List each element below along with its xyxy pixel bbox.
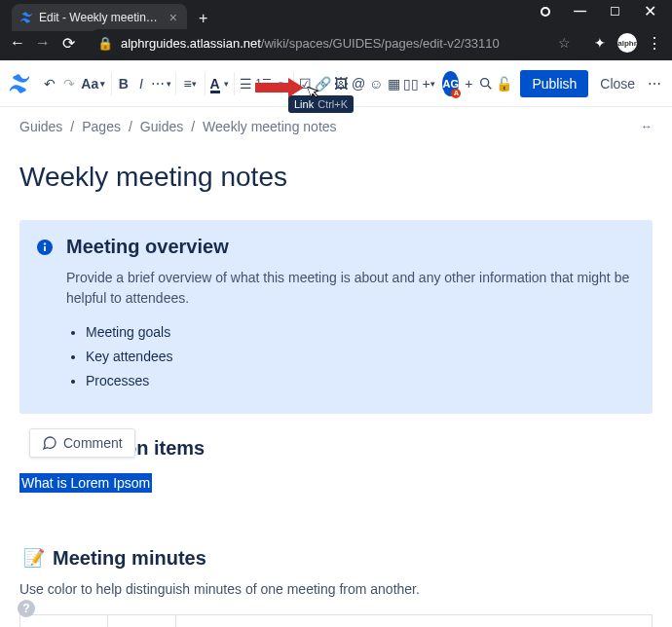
new-tab-button[interactable]: + [187,6,219,31]
svg-point-4 [44,242,46,244]
close-button[interactable]: Close [590,70,645,97]
memo-emoji-icon: 📝 [23,547,45,569]
minimize-icon[interactable]: ─ [574,1,586,21]
table-cell[interactable] [20,614,108,627]
browser-tab[interactable]: Edit - Weekly meeting notes - Gu × [12,4,187,31]
window-controls: ─ ☐ ✕ [533,0,664,31]
minutes-table[interactable] [19,614,653,627]
comment-icon [42,435,57,451]
selected-text[interactable]: What is Lorem Ipsom [19,473,152,493]
profile-avatar[interactable]: alphr [617,33,637,53]
more-actions-icon[interactable]: ⋯ [647,68,662,99]
minutes-description: Use color to help distinguish minutes of… [19,581,653,597]
maximize-icon[interactable]: ☐ [610,5,620,18]
italic-icon[interactable]: I [133,68,149,99]
record-icon[interactable] [541,7,550,17]
mention-icon[interactable]: @ [351,68,366,99]
align-dropdown[interactable]: ≡ ▾ [180,68,201,99]
meeting-minutes-heading[interactable]: 📝 Meeting minutes [23,547,653,570]
avatar-badge: A [451,89,461,98]
tab-strip: Edit - Weekly meeting notes - Gu × + ─ ☐… [0,0,672,31]
breadcrumb-separator: / [191,119,195,134]
back-icon[interactable]: ← [10,34,25,52]
list-item: Meeting goals [86,320,635,345]
more-formatting-icon[interactable]: ⋯▾ [151,68,171,99]
find-icon[interactable] [478,68,494,99]
panel-description: Provide a brief overview of what this me… [66,268,635,309]
extensions-icon[interactable]: ✦ [592,35,608,51]
breadcrumb-separator: / [70,119,74,134]
table-cell[interactable] [176,614,653,627]
browser-menu-icon[interactable]: ⋮ [647,34,662,53]
table-row [20,614,653,627]
browser-chrome: Edit - Weekly meeting notes - Gu × + ─ ☐… [0,0,672,60]
breadcrumb: Guides / Pages / Guides / Weekly meeting… [19,119,653,134]
insert-dropdown[interactable]: + ▾ [421,68,436,99]
forward-icon[interactable]: → [35,34,51,52]
bookmark-icon[interactable]: ☆ [558,35,571,51]
info-icon [37,236,53,394]
svg-line-1 [488,86,491,89]
bullet-list-icon[interactable]: ☰ [238,68,253,99]
breadcrumb-link[interactable]: Pages [82,119,121,134]
help-button[interactable]: ? [18,600,35,617]
url-path: /wiki/spaces/GUIDES/pages/edit-v2/33110 [261,36,500,51]
comment-button[interactable]: Comment [29,428,135,458]
action-items-heading[interactable]: on items [125,437,653,460]
breadcrumb-current: Weekly meeting notes [203,119,336,134]
table-cell[interactable] [108,614,176,627]
text-color-dropdown[interactable]: A ▾ [208,68,229,99]
tab-close-icon[interactable]: × [169,10,177,25]
info-panel[interactable]: Meeting overview Provide a brief overvie… [19,220,653,414]
page-content: Guides / Pages / Guides / Weekly meeting… [0,107,672,627]
confluence-favicon [19,11,33,24]
breadcrumb-separator: / [129,119,132,134]
invite-icon[interactable]: + [461,68,476,99]
emoji-icon[interactable]: ☺ [368,68,384,99]
svg-point-0 [481,78,489,86]
table-icon[interactable]: ▦ [386,68,401,99]
page-title[interactable]: Weekly meeting notes [19,162,653,193]
close-window-icon[interactable]: ✕ [644,2,656,20]
image-icon[interactable]: 🖼 [333,68,349,99]
url-domain: alphrguides.atlassian.net [121,36,261,51]
address-bar[interactable]: 🔒 alphrguides.atlassian.net/wiki/spaces/… [86,29,582,56]
annotation-arrow-icon [255,78,304,101]
reload-icon[interactable]: ⟳ [60,34,76,53]
breadcrumb-link[interactable]: Guides [19,119,62,134]
panel-list: Meeting goals Key attendees Processes [66,320,635,394]
list-item: Processes [86,369,635,393]
undo-icon[interactable]: ↶ [39,68,59,99]
list-item: Key attendees [86,345,635,369]
bold-icon[interactable]: B [116,68,131,99]
user-avatar[interactable]: AG A [442,71,459,96]
layout-icon[interactable]: ▯▯ [403,68,419,99]
page-width-icon[interactable]: ↔ [641,120,653,133]
publish-button[interactable]: Publish [520,70,588,97]
confluence-logo-icon[interactable] [8,72,31,95]
restrictions-icon[interactable]: 🔓 [496,68,512,99]
svg-rect-3 [44,246,46,251]
tab-title: Edit - Weekly meeting notes - Gu [39,11,160,24]
text-style-dropdown[interactable]: Aa ▾ [79,76,107,92]
breadcrumb-link[interactable]: Guides [140,119,183,134]
panel-title: Meeting overview [66,236,635,258]
nav-bar: ← → ⟳ 🔒 alphrguides.atlassian.net/wiki/s… [0,31,672,60]
redo-icon[interactable]: ↷ [61,68,77,99]
lock-icon: 🔒 [97,36,113,51]
